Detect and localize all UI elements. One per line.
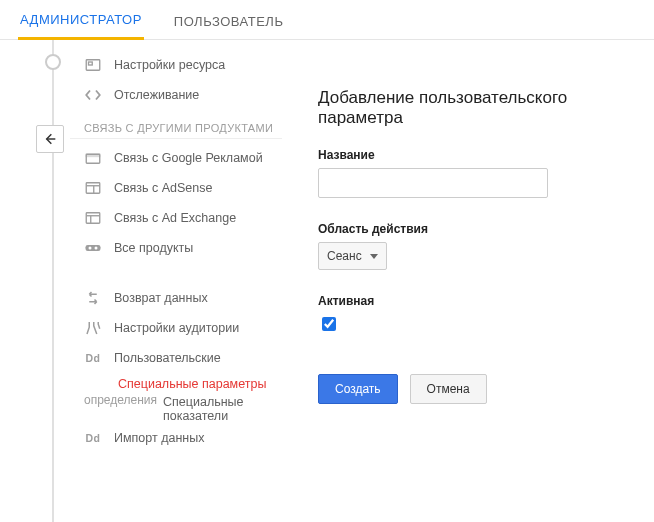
nav-label: Связь с AdSense	[114, 181, 212, 195]
page-title: Добавление пользовательского параметра	[318, 88, 636, 128]
nav-label: Отслеживание	[114, 88, 199, 102]
tab-admin[interactable]: АДМИНИСТРАТОР	[18, 0, 144, 40]
nav-label: Настройки ресурса	[114, 58, 225, 72]
scope-select[interactable]: Сеанс	[318, 242, 387, 270]
svg-point-8	[95, 247, 98, 250]
admin-tabs: АДМИНИСТРАТОР ПОЛЬЗОВАТЕЛЬ	[0, 0, 654, 40]
svg-rect-1	[89, 62, 93, 65]
nav-label: Импорт данных	[114, 431, 204, 445]
svg-rect-3	[86, 154, 100, 156]
nav-label: Настройки аудитории	[114, 321, 239, 335]
nav-track	[52, 40, 54, 522]
adsense-icon	[84, 179, 102, 197]
nav-label: Все продукты	[114, 241, 193, 255]
svg-rect-6	[86, 245, 101, 251]
content-panel: Добавление пользовательского параметра Н…	[290, 40, 654, 522]
nav-definitions-trailing: определения	[84, 391, 157, 423]
nav-custom-definitions[interactable]: Dd Пользовательские	[70, 343, 282, 373]
tab-user[interactable]: ПОЛЬЗОВАТЕЛЬ	[172, 2, 286, 39]
active-checkbox[interactable]	[322, 317, 336, 331]
nav-data-return[interactable]: Возврат данных	[70, 283, 282, 313]
nav-google-ads[interactable]: Связь с Google Рекламой	[70, 143, 282, 173]
nav-audience-settings[interactable]: Настройки аудитории	[70, 313, 282, 343]
nav-custom-metrics[interactable]: Специальные показатели	[157, 391, 282, 423]
nav-adexchange[interactable]: Связь с Ad Exchange	[70, 203, 282, 233]
google-ads-icon	[84, 149, 102, 167]
name-label: Название	[318, 148, 636, 162]
all-products-icon	[84, 239, 102, 257]
resource-settings-icon	[84, 56, 102, 74]
nav-adsense[interactable]: Связь с AdSense	[70, 173, 282, 203]
chevron-down-icon	[370, 254, 378, 259]
custom-definitions-sub: Специальные параметры определения Специа…	[70, 373, 282, 423]
nav-resource-settings[interactable]: Настройки ресурса	[70, 50, 282, 80]
scope-label: Область действия	[318, 222, 636, 236]
nav-section-linking: СВЯЗЬ С ДРУГИМИ ПРОДУКТАМИ	[70, 110, 282, 139]
cancel-button[interactable]: Отмена	[410, 374, 487, 404]
nav-step-dot	[45, 54, 61, 70]
nav-data-import[interactable]: Dd Импорт данных	[70, 423, 282, 453]
nav-label: Связь с Google Рекламой	[114, 151, 263, 165]
back-button[interactable]	[36, 125, 64, 153]
data-return-icon	[84, 289, 102, 307]
svg-point-7	[89, 247, 92, 250]
custom-definitions-icon: Dd	[84, 349, 102, 367]
nav-label: Связь с Ad Exchange	[114, 211, 236, 225]
name-input[interactable]	[318, 168, 548, 198]
nav-all-products[interactable]: Все продукты	[70, 233, 282, 263]
adexchange-icon	[84, 209, 102, 227]
create-button[interactable]: Создать	[318, 374, 398, 404]
sidebar: Настройки ресурса Отслеживание СВЯЗЬ С Д…	[70, 40, 290, 522]
svg-rect-5	[86, 213, 100, 224]
nav-label: Пользовательские	[114, 351, 221, 365]
nav-label: Возврат данных	[114, 291, 208, 305]
svg-rect-4	[86, 183, 100, 194]
tracking-icon	[84, 86, 102, 104]
scope-value: Сеанс	[327, 249, 362, 263]
arrow-left-icon	[42, 131, 58, 147]
audience-icon	[84, 319, 102, 337]
active-label: Активная	[318, 294, 636, 308]
nav-custom-params[interactable]: Специальные параметры	[84, 373, 282, 391]
data-import-icon: Dd	[84, 429, 102, 447]
nav-tracking[interactable]: Отслеживание	[70, 80, 282, 110]
